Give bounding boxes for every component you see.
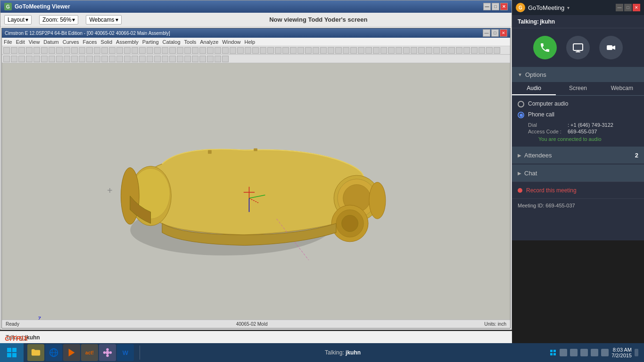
attendees-section[interactable]: ▶ Attendees 2 (512, 147, 644, 164)
tool-icon[interactable] (11, 47, 17, 54)
tool-icon[interactable] (64, 56, 70, 62)
zoom-dropdown[interactable]: Zoom: 56% ▾ (39, 15, 78, 25)
tool-icon[interactable] (147, 47, 153, 54)
tool-icon[interactable] (313, 47, 319, 54)
cad-close[interactable]: ✕ (500, 29, 507, 37)
tool-icon[interactable] (365, 47, 372, 54)
tool-icon[interactable] (456, 47, 462, 54)
tool-icon[interactable] (426, 47, 432, 54)
tool-icon[interactable] (207, 47, 214, 54)
tool-icon[interactable] (169, 56, 176, 62)
tool-icon[interactable] (275, 47, 281, 54)
taskbar-app-files[interactable] (27, 344, 44, 361)
minimize-button[interactable]: — (483, 3, 491, 10)
tool-icon[interactable] (350, 47, 357, 54)
tool-icon[interactable] (124, 47, 131, 54)
tool-icon[interactable] (71, 56, 78, 62)
menu-faces[interactable]: Faces (83, 39, 97, 45)
tool-icon[interactable] (116, 47, 123, 54)
tool-icon[interactable] (215, 47, 221, 54)
cad-3d-viewport[interactable]: + (2, 63, 510, 320)
tool-icon[interactable] (245, 47, 251, 54)
tool-icon[interactable] (479, 47, 485, 54)
tool-icon[interactable] (49, 56, 55, 62)
tool-icon[interactable] (305, 47, 312, 54)
options-header[interactable]: ▼ Options (512, 67, 644, 82)
record-section[interactable]: Record this meeting (512, 181, 644, 198)
video-button[interactable] (599, 36, 623, 59)
cad-maximize[interactable]: □ (491, 29, 499, 37)
phone-call-radio[interactable] (518, 112, 524, 118)
tool-icon[interactable] (86, 56, 93, 62)
tool-icon[interactable] (380, 47, 387, 54)
tool-icon[interactable] (403, 47, 410, 54)
tool-icon[interactable] (64, 47, 70, 54)
tool-icon[interactable] (494, 47, 500, 54)
tool-icon[interactable] (471, 47, 478, 54)
taskbar-app-word[interactable]: W (117, 344, 134, 361)
tool-icon[interactable] (71, 47, 78, 54)
tool-icon[interactable] (79, 47, 85, 54)
tool-icon[interactable] (109, 56, 116, 62)
tool-icon[interactable] (192, 47, 198, 54)
gtm-minimize-btn[interactable]: — (616, 4, 623, 11)
tool-icon[interactable] (252, 47, 259, 54)
screen-share-button[interactable] (566, 36, 590, 59)
tool-icon[interactable] (297, 47, 304, 54)
tool-icon[interactable] (463, 47, 470, 54)
tool-icon[interactable] (411, 47, 417, 54)
tool-icon[interactable] (418, 47, 425, 54)
tool-icon[interactable] (388, 47, 395, 54)
tool-icon[interactable] (109, 47, 116, 54)
maximize-button[interactable]: □ (492, 3, 499, 10)
tool-icon[interactable] (199, 56, 206, 62)
tool-icon[interactable] (3, 47, 10, 54)
tool-icon[interactable] (433, 47, 440, 54)
tool-icon[interactable] (147, 56, 153, 62)
tool-icon[interactable] (335, 47, 342, 54)
tool-icon[interactable] (343, 47, 349, 54)
tool-icon[interactable] (192, 56, 198, 62)
taskbar-app-misc[interactable] (99, 344, 116, 361)
cad-minimize[interactable]: — (483, 29, 490, 37)
tab-screen[interactable]: Screen (556, 82, 600, 95)
tool-icon[interactable] (94, 56, 100, 62)
close-button[interactable]: ✕ (500, 3, 508, 10)
menu-solid[interactable]: Solid (101, 39, 112, 45)
menu-view[interactable]: View (29, 39, 40, 45)
tool-icon[interactable] (101, 47, 108, 54)
tool-icon[interactable] (26, 47, 33, 54)
chat-section[interactable]: ▶ Chat (512, 165, 644, 181)
tool-icon[interactable] (162, 56, 168, 62)
tool-icon[interactable] (154, 47, 161, 54)
menu-analyze[interactable]: Analyze (200, 39, 218, 45)
tool-icon[interactable] (124, 56, 131, 62)
tool-icon[interactable] (184, 47, 191, 54)
tool-icon[interactable] (18, 47, 25, 54)
tool-icon[interactable] (26, 56, 33, 62)
tool-icon[interactable] (56, 47, 63, 54)
taskbar-app-ie[interactable] (45, 344, 62, 361)
gtm-dropdown-arrow[interactable]: ▾ (567, 5, 570, 10)
tool-icon[interactable] (177, 47, 183, 54)
menu-curves[interactable]: Curves (63, 39, 79, 45)
tool-icon[interactable] (18, 56, 25, 62)
menu-help[interactable]: Help (244, 39, 255, 45)
tool-icon[interactable] (116, 56, 123, 62)
tool-icon[interactable] (94, 47, 100, 54)
tool-icon[interactable] (222, 47, 229, 54)
computer-audio-radio[interactable] (518, 101, 524, 107)
menu-edit[interactable]: Edit (16, 39, 25, 45)
start-button[interactable] (0, 343, 24, 362)
tool-icon[interactable] (56, 56, 63, 62)
tool-icon[interactable] (49, 47, 55, 54)
tool-icon[interactable] (215, 56, 221, 62)
tool-icon[interactable] (33, 56, 40, 62)
tool-icon[interactable] (320, 47, 327, 54)
tool-icon[interactable] (267, 47, 274, 54)
tool-icon[interactable] (199, 47, 206, 54)
tool-icon[interactable] (177, 56, 183, 62)
gtm-restore-btn[interactable]: □ (624, 4, 632, 11)
tool-icon[interactable] (11, 56, 17, 62)
tool-icon[interactable] (79, 56, 85, 62)
